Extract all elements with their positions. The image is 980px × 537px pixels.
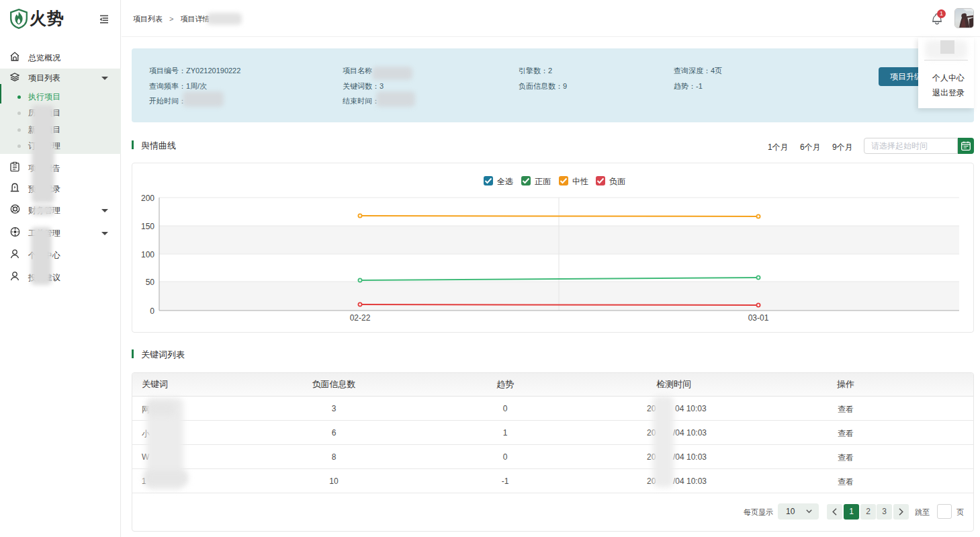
- svg-text:100: 100: [141, 250, 154, 259]
- svg-text:0: 0: [150, 306, 154, 316]
- svg-text:02-22: 02-22: [350, 313, 371, 323]
- svg-text:50: 50: [146, 278, 155, 287]
- svg-text:200: 200: [141, 194, 154, 203]
- svg-text:03-01: 03-01: [748, 313, 769, 323]
- svg-text:150: 150: [141, 222, 154, 231]
